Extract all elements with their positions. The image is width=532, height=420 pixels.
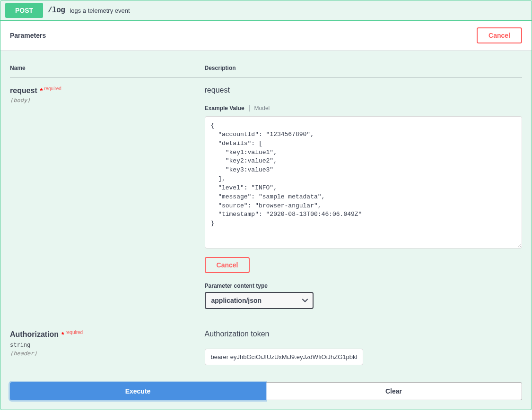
required-star-icon: * <box>60 331 64 338</box>
table-row: Authorization *required string (header) … <box>10 321 522 377</box>
operation-block: POST /log logs a telemetry event Paramet… <box>0 0 532 410</box>
column-header-name: Name <box>10 60 205 77</box>
try-it-out-cancel-button[interactable]: Cancel <box>477 27 522 43</box>
endpoint-path: /log <box>48 6 65 15</box>
execute-button[interactable]: Execute <box>10 382 266 400</box>
parameters-section-header: Parameters Cancel <box>0 21 532 51</box>
param-description-heading: request <box>205 86 522 94</box>
parameters-table: Name Description request *required (body… <box>10 60 522 377</box>
request-body-textarea[interactable] <box>205 116 522 249</box>
endpoint-description: logs a telemetry event <box>70 7 130 14</box>
param-in: (body) <box>10 97 205 103</box>
authorization-input[interactable] <box>205 349 363 365</box>
content-type-select[interactable]: application/json <box>205 292 314 309</box>
tab-example-value[interactable]: Example Value <box>205 105 244 111</box>
required-label: required <box>44 86 61 91</box>
required-label: required <box>65 330 83 335</box>
required-star-icon: * <box>38 87 43 94</box>
content-type-label: Parameter content type <box>205 283 522 289</box>
column-header-description: Description <box>205 60 522 77</box>
param-name-authorization: Authorization <box>10 330 59 339</box>
param-in: (header) <box>10 350 205 357</box>
cancel-button[interactable]: Cancel <box>205 257 250 273</box>
clear-button[interactable]: Clear <box>266 382 522 400</box>
action-row: Execute Clear <box>0 382 532 410</box>
param-name-request: request <box>10 86 37 95</box>
tab-separator <box>249 105 250 111</box>
param-description-heading: Authorization token <box>205 330 522 338</box>
param-type: string <box>10 342 205 348</box>
tab-model[interactable]: Model <box>254 105 270 111</box>
parameters-title: Parameters <box>10 32 46 39</box>
table-row: request *required (body) request Example… <box>10 77 522 322</box>
operation-summary[interactable]: POST /log logs a telemetry event <box>0 0 532 21</box>
http-method-badge: POST <box>5 3 43 18</box>
